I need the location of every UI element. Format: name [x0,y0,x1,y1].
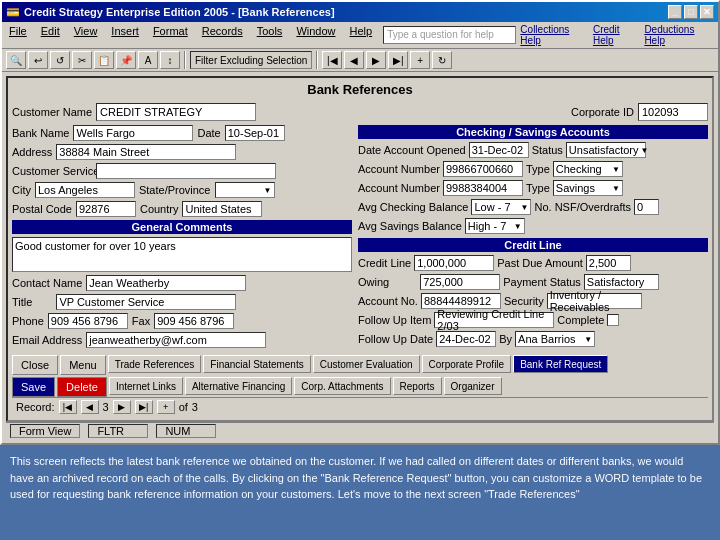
corporate-profile-tab[interactable]: Corporate Profile [422,355,512,373]
prev-record[interactable]: ◀ [344,51,364,69]
next-record[interactable]: ▶ [366,51,386,69]
help-collections[interactable]: Collections Help [520,24,589,46]
menu-window[interactable]: Window [293,24,338,46]
bank-name-input[interactable]: Wells Fargo [73,125,193,141]
title-input[interactable]: VP Customer Service [56,294,236,310]
corporate-id-value[interactable]: 102093 [638,103,708,121]
reports-tab[interactable]: Reports [393,377,442,395]
type2-dropdown[interactable]: Savings ▼ [553,180,623,196]
status-dropdown[interactable]: Unsatisfactory ▼ [566,142,646,158]
menu-button[interactable]: Menu [60,355,106,375]
main-content: Bank References Customer Name CREDIT STR… [2,72,718,443]
sep2 [316,51,318,69]
menu-help[interactable]: Help [347,24,376,46]
status-bar: Form View FLTR NUM [6,422,714,439]
menu-insert[interactable]: Insert [108,24,142,46]
first-record[interactable]: |◀ [322,51,342,69]
avg-checking-row: Avg Checking Balance Low - 7 ▼ No. NSF/O… [358,199,708,215]
next-nav[interactable]: ▶ [113,400,131,414]
menu-edit[interactable]: Edit [38,24,63,46]
complete-checkbox[interactable] [607,314,619,326]
trade-references-tab[interactable]: Trade References [108,355,202,373]
refresh-button[interactable]: ↻ [432,51,452,69]
help-credit[interactable]: Credit Help [593,24,640,46]
security-input[interactable]: Inventory / Receivables [547,293,642,309]
phone-input[interactable]: 909 456 8796 [48,313,128,329]
customer-name-row: Customer Name CREDIT STRATEGY [12,103,256,121]
fax-input[interactable]: 909 456 8796 [154,313,234,329]
close-button[interactable]: Close [12,355,58,375]
avg-savings-dropdown[interactable]: High - 7 ▼ [465,218,525,234]
general-comments-input[interactable]: Good customer for over 10 years [12,237,352,272]
avg-checking-dropdown[interactable]: Low - 7 ▼ [471,199,531,215]
spell-button[interactable]: A [138,51,158,69]
credit-line-input[interactable]: 1,000,000 [414,255,494,271]
date-opened-input[interactable]: 31-Dec-02 [469,142,529,158]
customer-name-value[interactable]: CREDIT STRATEGY [96,103,256,121]
payment-status-input[interactable]: Satisfactory [584,274,659,290]
maximize-button[interactable]: □ [684,5,698,19]
top-info-row: Customer Name CREDIT STRATEGY Corporate … [12,103,708,121]
type1-label: Type [526,163,550,175]
follow-up-item-input[interactable]: Reviewing Credit Line 2/03 [434,312,554,328]
copy-button[interactable]: 📋 [94,51,114,69]
account-num2-input[interactable]: 9988384004 [443,180,523,196]
left-column: Bank Name Wells Fargo Date 10-Sep-01 Add… [12,125,352,351]
past-due-input[interactable]: 2,500 [586,255,631,271]
email-input[interactable]: jeanweatherby@wf.com [86,332,266,348]
organizer-tab[interactable]: Organizer [444,377,502,395]
menu-file[interactable]: File [6,24,30,46]
customer-services-row: Customer Services [12,163,352,179]
prev-nav[interactable]: ◀ [81,400,99,414]
last-nav[interactable]: ▶| [135,400,153,414]
help-deductions[interactable]: Deductions Help [644,24,714,46]
undo-button[interactable]: ↺ [50,51,70,69]
title-bar-left: 💳 Credit Strategy Enterprise Edition 200… [6,6,335,19]
internet-links-tab[interactable]: Internet Links [109,377,183,395]
menu-records[interactable]: Records [199,24,246,46]
help-search-box[interactable]: Type a question for help [383,26,516,44]
cut-button[interactable]: ✂ [72,51,92,69]
paste-button[interactable]: 📌 [116,51,136,69]
contact-name-input[interactable]: Jean Weatherby [86,275,246,291]
bank-ref-request-tab[interactable]: Bank Ref Request [513,355,608,373]
new-record[interactable]: + [410,51,430,69]
last-record[interactable]: ▶| [388,51,408,69]
search-button[interactable]: 🔍 [6,51,26,69]
corp-attachments-tab[interactable]: Corp. Attachments [294,377,390,395]
window-title: Credit Strategy Enterprise Edition 2005 … [24,6,335,18]
by-arrow: ▼ [584,335,592,344]
back-button[interactable]: ↩ [28,51,48,69]
financial-statements-tab[interactable]: Financial Statements [203,355,310,373]
no-nsf-input[interactable]: 0 [634,199,659,215]
address-input[interactable]: 38884 Main Street [56,144,236,160]
menu-view[interactable]: View [71,24,101,46]
save-button[interactable]: Save [12,377,55,397]
state-dropdown[interactable]: ▼ [215,182,275,198]
minimize-button[interactable]: _ [668,5,682,19]
by-dropdown[interactable]: Ana Barrios ▼ [515,331,595,347]
account-no-input[interactable]: 88844489912 [421,293,501,309]
account-num1-input[interactable]: 99866700660 [443,161,523,177]
menu-format[interactable]: Format [150,24,191,46]
menu-tools[interactable]: Tools [254,24,286,46]
state-label: State/Province [139,184,211,196]
delete-button[interactable]: Delete [57,377,107,397]
type1-value: Checking [556,163,602,175]
alternative-financing-tab[interactable]: Alternative Financing [185,377,292,395]
postal-input[interactable]: 92876 [76,201,136,217]
follow-up-date-input[interactable]: 24-Dec-02 [436,331,496,347]
first-nav[interactable]: |◀ [59,400,77,414]
close-button[interactable]: ✕ [700,5,714,19]
customer-services-input[interactable] [96,163,276,179]
customer-evaluation-tab[interactable]: Customer Evaluation [313,355,420,373]
sort-button[interactable]: ↕ [160,51,180,69]
new-nav[interactable]: + [157,400,175,414]
owing-input[interactable]: 725,000 [420,274,500,290]
country-input[interactable]: United States [182,201,262,217]
avg-savings-arrow: ▼ [514,222,522,231]
city-input[interactable]: Los Angeles [35,182,135,198]
type1-dropdown[interactable]: Checking ▼ [553,161,623,177]
date-input[interactable]: 10-Sep-01 [225,125,285,141]
fax-label: Fax [132,315,150,327]
